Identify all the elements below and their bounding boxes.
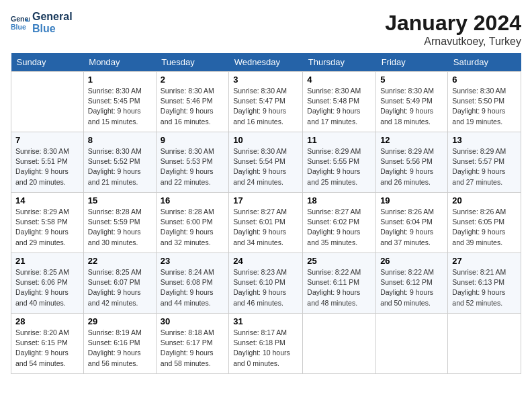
calendar-cell: 19Sunrise: 8:26 AMSunset: 6:04 PMDayligh… [376,193,448,253]
day-number: 14 [15,195,79,205]
calendar-cell: 23Sunrise: 8:24 AMSunset: 6:08 PMDayligh… [156,253,228,314]
calendar-cell: 31Sunrise: 8:17 AMSunset: 6:18 PMDayligh… [229,314,303,374]
calendar-cell: 30Sunrise: 8:18 AMSunset: 6:17 PMDayligh… [156,314,228,374]
day-number: 22 [88,256,152,266]
day-info: Sunrise: 8:24 AMSunset: 6:08 PMDaylight:… [161,267,224,308]
day-number: 31 [233,316,298,326]
calendar-cell: 25Sunrise: 8:22 AMSunset: 6:11 PMDayligh… [303,253,376,314]
calendar-cell: 8Sunrise: 8:30 AMSunset: 5:52 PMDaylight… [83,132,156,193]
calendar-cell: 28Sunrise: 8:20 AMSunset: 6:15 PMDayligh… [11,314,84,374]
page-header: General Blue General Blue January 2024 A… [11,11,521,48]
day-number: 1 [88,75,152,85]
day-number: 6 [452,75,517,85]
day-info: Sunrise: 8:30 AMSunset: 5:48 PMDaylight:… [307,86,371,127]
col-header-friday: Friday [376,53,448,72]
calendar-cell: 12Sunrise: 8:29 AMSunset: 5:56 PMDayligh… [376,132,448,193]
calendar-cell: 27Sunrise: 8:21 AMSunset: 6:13 PMDayligh… [448,253,521,314]
day-info: Sunrise: 8:22 AMSunset: 6:11 PMDaylight:… [307,267,371,308]
day-info: Sunrise: 8:27 AMSunset: 6:01 PMDaylight:… [233,207,298,248]
calendar-cell: 1Sunrise: 8:30 AMSunset: 5:45 PMDaylight… [83,72,156,132]
calendar-cell [448,314,521,374]
day-info: Sunrise: 8:17 AMSunset: 6:18 PMDaylight:… [233,328,298,369]
calendar-cell: 29Sunrise: 8:19 AMSunset: 6:16 PMDayligh… [83,314,156,374]
col-header-saturday: Saturday [448,53,521,72]
location-subtitle: Arnavutkoey, Turkey [385,36,521,48]
day-info: Sunrise: 8:29 AMSunset: 5:58 PMDaylight:… [15,207,79,248]
calendar-cell: 9Sunrise: 8:30 AMSunset: 5:53 PMDaylight… [156,132,228,193]
day-number: 12 [380,135,443,145]
day-number: 11 [307,135,371,145]
day-info: Sunrise: 8:30 AMSunset: 5:47 PMDaylight:… [233,86,298,127]
calendar-week-row: 28Sunrise: 8:20 AMSunset: 6:15 PMDayligh… [11,314,521,374]
day-info: Sunrise: 8:30 AMSunset: 5:53 PMDaylight:… [161,146,224,187]
day-info: Sunrise: 8:28 AMSunset: 5:59 PMDaylight:… [88,207,152,248]
day-number: 18 [307,195,371,205]
calendar-cell: 22Sunrise: 8:25 AMSunset: 6:07 PMDayligh… [83,253,156,314]
day-number: 3 [233,75,298,85]
day-info: Sunrise: 8:28 AMSunset: 6:00 PMDaylight:… [161,207,224,248]
calendar-cell: 6Sunrise: 8:30 AMSunset: 5:50 PMDaylight… [448,72,521,132]
day-number: 13 [452,135,517,145]
svg-text:Blue: Blue [11,22,26,30]
logo-text-blue: Blue [32,23,73,35]
calendar-week-row: 1Sunrise: 8:30 AMSunset: 5:45 PMDaylight… [11,72,521,132]
day-info: Sunrise: 8:30 AMSunset: 5:50 PMDaylight:… [452,86,517,127]
day-info: Sunrise: 8:18 AMSunset: 6:17 PMDaylight:… [161,328,224,369]
day-info: Sunrise: 8:30 AMSunset: 5:52 PMDaylight:… [88,146,152,187]
calendar-cell: 4Sunrise: 8:30 AMSunset: 5:48 PMDaylight… [303,72,376,132]
calendar-cell: 11Sunrise: 8:29 AMSunset: 5:55 PMDayligh… [303,132,376,193]
day-number: 23 [161,256,224,266]
day-info: Sunrise: 8:29 AMSunset: 5:57 PMDaylight:… [452,146,517,187]
col-header-wednesday: Wednesday [229,53,303,72]
day-number: 27 [452,256,517,266]
title-block: January 2024 Arnavutkoey, Turkey [385,11,521,48]
calendar-cell: 17Sunrise: 8:27 AMSunset: 6:01 PMDayligh… [229,193,303,253]
calendar-week-row: 14Sunrise: 8:29 AMSunset: 5:58 PMDayligh… [11,193,521,253]
logo-icon: General Blue [11,13,30,32]
day-number: 2 [161,75,224,85]
day-info: Sunrise: 8:20 AMSunset: 6:15 PMDaylight:… [15,328,79,369]
day-info: Sunrise: 8:25 AMSunset: 6:06 PMDaylight:… [15,267,79,308]
day-info: Sunrise: 8:30 AMSunset: 5:49 PMDaylight:… [380,86,443,127]
col-header-thursday: Thursday [303,53,376,72]
calendar-cell [303,314,376,374]
calendar-cell: 21Sunrise: 8:25 AMSunset: 6:06 PMDayligh… [11,253,84,314]
month-title: January 2024 [385,11,521,36]
day-number: 29 [88,316,152,326]
calendar-header-row: SundayMondayTuesdayWednesdayThursdayFrid… [11,53,521,72]
day-number: 15 [88,195,152,205]
calendar-table: SundayMondayTuesdayWednesdayThursdayFrid… [11,53,521,374]
day-info: Sunrise: 8:26 AMSunset: 6:04 PMDaylight:… [380,207,443,248]
calendar-cell: 5Sunrise: 8:30 AMSunset: 5:49 PMDaylight… [376,72,448,132]
day-number: 30 [161,316,224,326]
day-info: Sunrise: 8:30 AMSunset: 5:54 PMDaylight:… [233,146,298,187]
day-info: Sunrise: 8:30 AMSunset: 5:51 PMDaylight:… [15,146,79,187]
calendar-cell: 14Sunrise: 8:29 AMSunset: 5:58 PMDayligh… [11,193,84,253]
day-number: 16 [161,195,224,205]
calendar-cell: 18Sunrise: 8:27 AMSunset: 6:02 PMDayligh… [303,193,376,253]
day-info: Sunrise: 8:30 AMSunset: 5:46 PMDaylight:… [161,86,224,127]
day-info: Sunrise: 8:26 AMSunset: 6:05 PMDaylight:… [452,207,517,248]
calendar-cell: 13Sunrise: 8:29 AMSunset: 5:57 PMDayligh… [448,132,521,193]
day-number: 20 [452,195,517,205]
logo: General Blue General Blue [11,11,73,34]
day-number: 5 [380,75,443,85]
calendar-cell: 24Sunrise: 8:23 AMSunset: 6:10 PMDayligh… [229,253,303,314]
day-info: Sunrise: 8:27 AMSunset: 6:02 PMDaylight:… [307,207,371,248]
day-info: Sunrise: 8:21 AMSunset: 6:13 PMDaylight:… [452,267,517,308]
day-number: 25 [307,256,371,266]
calendar-cell [11,72,84,132]
calendar-cell: 2Sunrise: 8:30 AMSunset: 5:46 PMDaylight… [156,72,228,132]
day-number: 4 [307,75,371,85]
col-header-monday: Monday [83,53,156,72]
calendar-cell [376,314,448,374]
day-number: 9 [161,135,224,145]
day-info: Sunrise: 8:29 AMSunset: 5:55 PMDaylight:… [307,146,371,187]
logo-text-general: General [32,11,73,23]
day-info: Sunrise: 8:30 AMSunset: 5:45 PMDaylight:… [88,86,152,127]
col-header-tuesday: Tuesday [156,53,228,72]
day-number: 21 [15,256,79,266]
calendar-cell: 10Sunrise: 8:30 AMSunset: 5:54 PMDayligh… [229,132,303,193]
day-info: Sunrise: 8:29 AMSunset: 5:56 PMDaylight:… [380,146,443,187]
day-number: 24 [233,256,298,266]
